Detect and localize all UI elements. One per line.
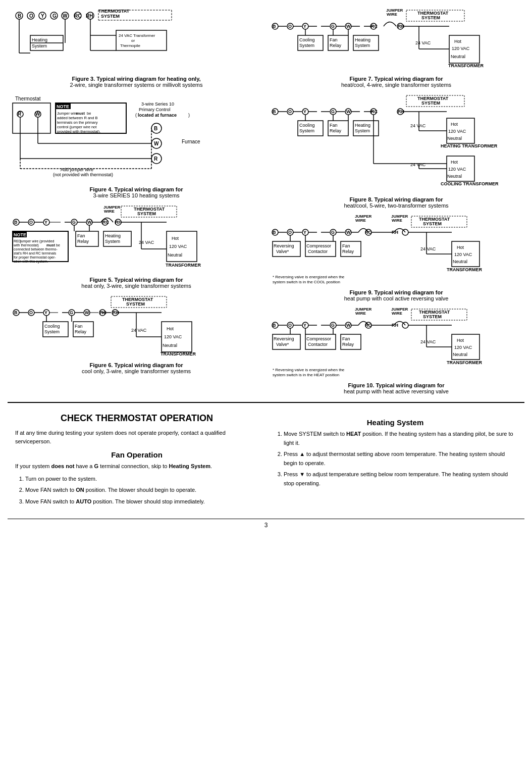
heat-step-3: Press ▼ to adjust temperature setting be…	[284, 470, 517, 488]
svg-text:W: W	[346, 109, 351, 114]
svg-text:W: W	[85, 310, 89, 315]
svg-text:B: B	[14, 310, 18, 315]
fig6-caption: Figure 6. Typical wiring diagram for coo…	[10, 362, 262, 374]
figure5: JUMPER WIRE THERMOSTAT SYSTEM B O Y	[8, 201, 265, 291]
svg-text:120 VAC: 120 VAC	[452, 46, 470, 51]
fig7-caption: Figure 7. Typical wiring diagram for hea…	[270, 76, 522, 88]
svg-text:O: O	[29, 13, 33, 19]
svg-text:24 VAC: 24 VAC	[420, 246, 436, 251]
svg-text:terminals on the primary: terminals on the primary	[57, 120, 98, 125]
svg-text:Relay: Relay	[330, 128, 342, 133]
svg-text:added between R and B: added between R and B	[57, 116, 97, 120]
svg-text:control (jumper wire not: control (jumper wire not	[57, 125, 97, 129]
heat-step-2: Press ▲ to adjust thermostat setting abo…	[284, 450, 517, 468]
svg-text:stat's RH and RC terminals: stat's RH and RC terminals	[14, 251, 57, 255]
svg-text:Cooling: Cooling	[299, 123, 315, 128]
svg-text:Relay: Relay	[77, 239, 89, 244]
svg-text:O: O	[288, 230, 292, 235]
svg-text:G: G	[331, 24, 335, 29]
svg-text:Heating: Heating	[355, 123, 370, 128]
svg-text:24 VAC: 24 VAC	[420, 339, 436, 344]
svg-text:Y: Y	[44, 220, 47, 225]
svg-text:* Reversing valve is energized: * Reversing valve is energized when the	[273, 368, 345, 372]
svg-text:Neutral: Neutral	[453, 352, 467, 357]
svg-text:W: W	[346, 24, 351, 29]
svg-text:R: R	[154, 156, 158, 162]
svg-text:System: System	[299, 43, 314, 48]
svg-text:TRANSFORMER: TRANSFORMER	[448, 63, 484, 68]
svg-text:B: B	[14, 220, 18, 225]
svg-text:Contactor: Contactor	[308, 249, 328, 254]
check-heading: CHECK THERMOSTAT OPERATION	[15, 413, 258, 424]
svg-rect-36	[13, 103, 50, 133]
svg-text:must: must	[46, 243, 55, 247]
fig4-caption: Figure 4. Typical wiring diagram for 3-w…	[10, 186, 262, 198]
right-text-col: Heating System Move SYSTEM switch to HEA…	[271, 411, 519, 511]
svg-text:): )	[188, 113, 190, 118]
svg-text:for proper thermostat oper-: for proper thermostat oper-	[14, 256, 56, 260]
svg-text:24 VAC: 24 VAC	[410, 162, 426, 167]
svg-text:Relay: Relay	[75, 329, 87, 334]
svg-text:Primary Control: Primary Control	[139, 107, 171, 112]
svg-text:G: G	[331, 109, 335, 114]
svg-text:System: System	[355, 43, 370, 48]
svg-text:Fan: Fan	[342, 243, 350, 248]
fan-step-3: Move FAN switch to AUTO position. The bl…	[25, 497, 258, 506]
svg-text:Y: Y	[44, 310, 47, 315]
svg-text:Y: Y	[41, 13, 44, 19]
svg-text:Y: Y	[303, 109, 306, 114]
fan-step-1: Turn on power to the system.	[25, 475, 258, 484]
fig3-caption: Figure 3. Typical wiring diagram for hea…	[10, 76, 262, 88]
fig10-caption: Figure 10. Typical wiring diagram for he…	[270, 382, 522, 394]
svg-text:G: G	[70, 310, 73, 315]
svg-text:Compressor: Compressor	[306, 243, 331, 248]
svg-text:Heating: Heating	[105, 233, 121, 238]
svg-text:Neutral: Neutral	[447, 136, 462, 141]
svg-text:3-wire Series 10: 3-wire Series 10	[141, 101, 174, 107]
svg-text:WIRE: WIRE	[387, 12, 398, 17]
svg-text:Fan: Fan	[330, 123, 338, 128]
svg-text:SYSTEM: SYSTEM	[126, 301, 145, 307]
svg-text:O: O	[288, 109, 292, 114]
svg-text:O: O	[288, 24, 292, 29]
svg-text:Y: Y	[303, 230, 306, 235]
svg-text:120 VAC: 120 VAC	[448, 129, 466, 134]
svg-text:Thermopile: Thermopile	[120, 43, 141, 48]
svg-text:or: or	[131, 38, 135, 43]
svg-text:Jumper wire: Jumper wire	[57, 111, 78, 116]
svg-text:TRANSFORMER: TRANSFORMER	[447, 360, 482, 365]
svg-text:G: G	[52, 13, 57, 19]
svg-text:Reversing: Reversing	[274, 243, 294, 248]
svg-text:connected between thermo-: connected between thermo-	[14, 247, 58, 251]
svg-text:O: O	[29, 220, 33, 225]
fan-step-2: Move FAN switch to ON position. The blow…	[25, 486, 258, 495]
svg-text:24 VAC: 24 VAC	[415, 40, 431, 45]
svg-text:W: W	[63, 13, 68, 19]
svg-text:COOLING TRANSFORMER: COOLING TRANSFORMER	[441, 181, 499, 186]
figure7: JUMPER WIRE THERMOSTAT SYSTEM B O Y	[268, 5, 525, 90]
svg-text:O: O	[29, 310, 33, 315]
figure8: THERMOSTAT SYSTEM B O Y G	[268, 90, 525, 211]
svg-text:ation with this system.: ation with this system.	[14, 260, 48, 264]
fig7-svg: JUMPER WIRE THERMOSTAT SYSTEM B O Y	[270, 8, 522, 73]
page-number: 3	[8, 519, 524, 531]
fig8-svg: THERMOSTAT SYSTEM B O Y G	[270, 93, 522, 194]
svg-text:RH: RH	[392, 230, 398, 235]
svg-text:(: (	[135, 113, 137, 118]
svg-text:SYSTEM: SYSTEM	[421, 15, 440, 20]
svg-text:System: System	[44, 329, 60, 334]
figure3: B O Y G W RC RH	[8, 5, 265, 90]
svg-text:provided with thermostat).: provided with thermostat).	[57, 129, 100, 134]
diagrams-grid: B O Y G W RC RH	[8, 5, 524, 397]
svg-text:24 VAC: 24 VAC	[410, 123, 426, 128]
svg-text:G: G	[331, 323, 335, 328]
svg-text:Fan: Fan	[342, 336, 350, 341]
svg-text:Compressor: Compressor	[306, 336, 331, 341]
svg-text:RH: RH	[392, 323, 398, 328]
svg-text:Thermostat: Thermostat	[15, 96, 41, 101]
svg-text:SYSTEM: SYSTEM	[421, 100, 440, 106]
svg-text:WIRE: WIRE	[355, 218, 366, 223]
figure4: Thermostat R W NOTE Jumper wire must be …	[8, 90, 265, 201]
fig9-svg: JUMPER WIRE JUMPER WIRE THERMOSTAT SYSTE…	[270, 214, 522, 287]
svg-text:SYSTEM: SYSTEM	[101, 14, 120, 19]
